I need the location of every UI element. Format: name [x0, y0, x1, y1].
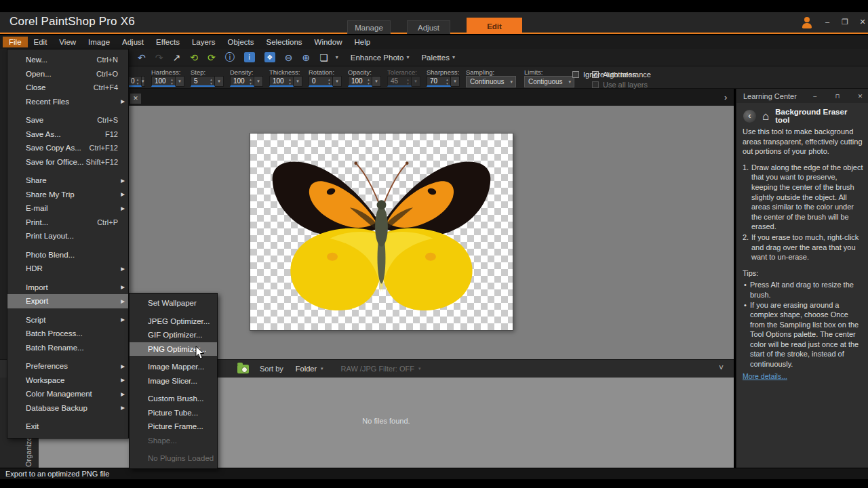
export-menu-item[interactable]: Custom Brush... [130, 392, 217, 406]
tab-edit[interactable]: Edit [467, 18, 522, 34]
menu-image[interactable]: Image [82, 37, 116, 47]
file-menu-item[interactable]: Share My Trip ▶ [7, 188, 128, 202]
menu-help[interactable]: Help [348, 37, 376, 47]
spinner-icon[interactable]: ▴▾ [169, 77, 175, 85]
redo-icon[interactable]: ↷ [155, 52, 163, 63]
numeric-field[interactable]: Rotation: 0 ▴▾ ▾ [309, 66, 342, 88]
file-menu-item[interactable]: Export ▶ [7, 294, 128, 308]
numeric-field[interactable]: Hardness: 100 ▴▾ ▾ [151, 66, 184, 88]
menu-selections[interactable]: Selections [260, 37, 309, 47]
file-menu-item[interactable]: Save for Office... Shift+F12 [7, 155, 128, 169]
size-field-partial[interactable]: 0 ▴▾ ▾ [127, 66, 145, 88]
tab-adjust[interactable]: Adjust [407, 20, 450, 34]
menu-adjust[interactable]: Adjust [116, 37, 150, 47]
copy-dropdown-icon[interactable]: ▾ [336, 54, 338, 60]
spinner-icon[interactable]: ▴▾ [444, 77, 450, 85]
palettes-button[interactable]: Palettes [421, 54, 450, 62]
chevron-down-icon[interactable]: ▾ [321, 366, 323, 371]
numeric-field[interactable]: Thickness: 100 ▴▾ ▾ [269, 66, 302, 88]
copy-icon[interactable]: ❏ [319, 52, 328, 63]
enhance-photo-button[interactable]: Enhance Photo [351, 54, 404, 62]
file-menu-item[interactable]: Print Layout... [7, 229, 128, 243]
user-account-icon[interactable] [802, 17, 812, 29]
sampling-dropdown[interactable]: Sampling: Continuous▾ [466, 66, 516, 88]
minimize-button[interactable]: – [822, 16, 833, 27]
slider-dropdown-icon[interactable]: ▾ [372, 76, 381, 87]
more-details-link[interactable]: More details... [743, 371, 865, 382]
menu-layers[interactable]: Layers [186, 37, 222, 47]
menu-file[interactable]: File [3, 37, 28, 47]
image-information-icon[interactable]: ⓘ [225, 52, 235, 64]
zoom-in-icon[interactable]: ⊕ [302, 52, 310, 63]
numeric-field[interactable]: Tolerance: 45 ▴▾ ▾ [387, 66, 420, 88]
export-menu-item[interactable]: Shape... [130, 434, 217, 448]
slider-dropdown-icon[interactable]: ▾ [176, 76, 184, 87]
resize-icon[interactable]: ↗ [172, 52, 180, 63]
panel-pin-icon[interactable]: ⊓ [833, 93, 842, 100]
menu-view[interactable]: View [53, 37, 82, 47]
use-all-layers-checkbox[interactable]: Use all layers [592, 80, 651, 89]
panel-close-icon[interactable]: ✕ [856, 93, 865, 100]
restore-button[interactable]: ❐ [840, 16, 850, 27]
numeric-field[interactable]: Sharpness: 70 ▴▾ ▾ [427, 66, 460, 88]
slider-dropdown-icon[interactable]: ▾ [412, 76, 420, 87]
spinner-icon[interactable]: ▴▾ [208, 77, 214, 85]
file-menu-item[interactable]: Batch Process... [7, 327, 128, 341]
chevron-right-icon[interactable]: › [724, 92, 727, 102]
butterfly-image[interactable] [250, 133, 513, 331]
export-menu-item[interactable]: JPEG Optimizer... [130, 314, 217, 329]
file-menu-item[interactable]: Batch Rename... [7, 341, 128, 355]
file-menu-item[interactable]: Save Ctrl+S [7, 113, 128, 127]
back-icon[interactable]: ‹ [743, 110, 756, 123]
export-menu-item[interactable]: No Plugins Loaded [130, 451, 217, 466]
spinner-icon[interactable]: ▴▾ [248, 77, 254, 85]
file-menu-item[interactable]: Close Ctrl+F4 [7, 81, 128, 95]
sort-by-dropdown[interactable]: Folder [296, 365, 317, 373]
enhance-photo-dropdown-icon[interactable]: ▾ [406, 54, 409, 60]
histogram-icon[interactable]: i [244, 52, 255, 62]
rotate-left-icon[interactable]: ⟲ [190, 52, 198, 63]
numeric-field[interactable]: Step: 5 ▴▾ ▾ [191, 66, 224, 88]
file-menu-item[interactable]: Photo Blend... [7, 248, 128, 262]
export-menu-item[interactable]: Picture Frame... [130, 420, 217, 434]
slider-dropdown-icon[interactable]: ▾ [333, 76, 342, 87]
file-menu-item[interactable]: New... Ctrl+N [7, 53, 128, 67]
menu-effects[interactable]: Effects [150, 37, 186, 47]
export-menu-item[interactable]: Picture Tube... [130, 406, 217, 420]
organizer-collapse-icon[interactable]: ˅ [719, 363, 724, 373]
export-menu-item[interactable]: Set Wallpaper [130, 296, 217, 310]
numeric-field[interactable]: Opacity: 100 ▴▾ ▾ [348, 66, 381, 88]
file-menu-item[interactable]: Save As... F12 [7, 127, 128, 142]
home-icon[interactable]: ⌂ [762, 110, 769, 122]
fit-screen-icon[interactable]: ❖ [264, 52, 275, 62]
menu-window[interactable]: Window [309, 37, 349, 47]
file-menu-item[interactable]: Preferences ▶ [7, 359, 128, 373]
slider-dropdown-icon[interactable]: ▾ [294, 76, 302, 87]
panel-minimize-icon[interactable]: – [810, 93, 819, 100]
chevron-down-icon[interactable]: ▾ [418, 366, 421, 371]
numeric-field[interactable]: Density: 100 ▴▾ ▾ [230, 66, 263, 88]
file-menu-item[interactable]: Import ▶ [7, 281, 128, 295]
export-menu-item[interactable]: GIF Optimizer... [130, 328, 217, 342]
zoom-out-icon[interactable]: ⊖ [285, 52, 293, 63]
file-menu-item[interactable]: Workspace ▶ [7, 373, 128, 388]
file-menu-item[interactable]: Share ▶ [7, 174, 128, 188]
file-menu-item[interactable]: E-mail ▶ [7, 201, 128, 216]
menu-objects[interactable]: Objects [222, 37, 260, 47]
limits-dropdown[interactable]: Limits: Contiguous▾ [524, 66, 574, 88]
spinner-icon[interactable]: ▴▾ [287, 77, 293, 85]
ignore-lightness-checkbox[interactable]: Ignore lightness [572, 70, 636, 79]
slider-dropdown-icon[interactable]: ▾ [254, 76, 263, 87]
folder-history-icon[interactable] [237, 365, 249, 373]
file-menu-item[interactable]: Script ▶ [7, 313, 128, 327]
menu-edit[interactable]: Edit [28, 37, 54, 47]
file-menu-item[interactable]: Database Backup ▶ [7, 401, 128, 415]
slider-dropdown-icon[interactable]: ▾ [451, 76, 460, 87]
palettes-dropdown-icon[interactable]: ▾ [452, 54, 455, 60]
export-menu-item[interactable]: Image Slicer... [130, 374, 217, 388]
file-menu-item[interactable]: Recent Files ▶ [7, 95, 128, 109]
rotate-right-icon[interactable]: ⟳ [208, 52, 216, 63]
file-menu-item[interactable]: Print... Ctrl+P [7, 216, 128, 230]
file-menu-item[interactable]: Exit [7, 420, 128, 434]
spinner-icon[interactable]: ▴▾ [326, 77, 332, 85]
